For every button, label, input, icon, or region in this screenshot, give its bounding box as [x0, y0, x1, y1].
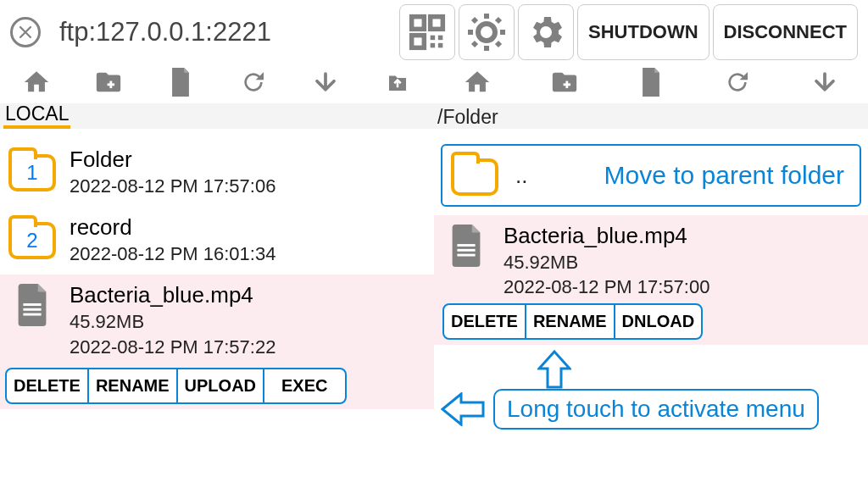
parent-folder-row[interactable]: .. Move to parent folder	[441, 144, 861, 207]
address-bar: ftp:127.0.0.1:2221	[59, 17, 271, 47]
folder-icon: 2	[8, 222, 56, 259]
list-item[interactable]: Bacteria_blue.mp4 45.92MB 2022-08-12 PM …	[434, 215, 868, 303]
list-item[interactable]: 1 Folder 2022-08-12 PM 17:57:06	[0, 139, 434, 207]
remote-newfolder-icon[interactable]	[548, 66, 581, 98]
item-date: 2022-08-12 PM 16:01:34	[70, 241, 426, 267]
close-icon[interactable]	[10, 17, 41, 47]
hint-arrow-left-icon	[441, 392, 485, 426]
remote-refresh-icon[interactable]	[721, 66, 754, 98]
list-item[interactable]: Bacteria_blue.mp4 45.92MB 2022-08-12 PM …	[0, 274, 434, 368]
remote-sort-icon[interactable]	[809, 66, 841, 98]
qr-button[interactable]	[399, 4, 455, 60]
parent-dots: ..	[515, 163, 527, 189]
item-date: 2022-08-12 PM 17:57:06	[70, 174, 426, 199]
remote-home-icon[interactable]	[461, 66, 493, 98]
local-sort-icon[interactable]	[309, 66, 342, 98]
delete-button[interactable]: DELETE	[5, 368, 89, 404]
upload-button[interactable]: UPLOAD	[176, 368, 264, 404]
local-home-icon[interactable]	[20, 66, 53, 98]
item-date: 2022-08-12 PM 17:57:22	[70, 335, 426, 360]
file-icon	[448, 223, 485, 269]
folder-icon: 1	[8, 154, 56, 191]
exec-button[interactable]: EXEC	[263, 368, 346, 404]
local-refresh-icon[interactable]	[237, 66, 270, 98]
local-newfolder-icon[interactable]	[92, 66, 125, 98]
item-name: Bacteria_blue.mp4	[70, 281, 426, 309]
rename-button[interactable]: RENAME	[525, 303, 615, 340]
list-item[interactable]: 2 record 2022-08-12 PM 16:01:34	[0, 207, 434, 274]
rename-button[interactable]: RENAME	[87, 368, 178, 404]
hint-arrow-up-icon	[537, 350, 571, 389]
parent-label: Move to parent folder	[604, 161, 845, 190]
disconnect-button[interactable]: DISCONNECT	[713, 4, 858, 60]
file-icon	[14, 282, 51, 328]
delete-button[interactable]: DELETE	[442, 303, 526, 340]
local-upfolder-icon[interactable]	[381, 66, 414, 98]
brightness-button[interactable]	[459, 4, 515, 60]
item-name: Bacteria_blue.mp4	[504, 222, 860, 250]
hint-bubble: Long touch to activate menu	[493, 389, 819, 430]
item-size: 45.92MB	[70, 309, 426, 335]
item-size: 45.92MB	[504, 250, 860, 275]
shutdown-button[interactable]: SHUTDOWN	[577, 4, 709, 60]
local-path-label[interactable]: LOCAL	[3, 103, 70, 129]
dnload-button[interactable]: DNLOAD	[614, 303, 704, 340]
remote-newfile-icon[interactable]	[635, 66, 667, 98]
item-date: 2022-08-12 PM 17:57:00	[504, 274, 860, 300]
item-name: record	[70, 214, 426, 241]
item-name: Folder	[70, 146, 426, 174]
settings-button[interactable]	[518, 4, 574, 60]
remote-path-label[interactable]: /Folder	[437, 106, 498, 129]
local-newfile-icon[interactable]	[164, 66, 197, 98]
folder-icon	[451, 158, 498, 196]
